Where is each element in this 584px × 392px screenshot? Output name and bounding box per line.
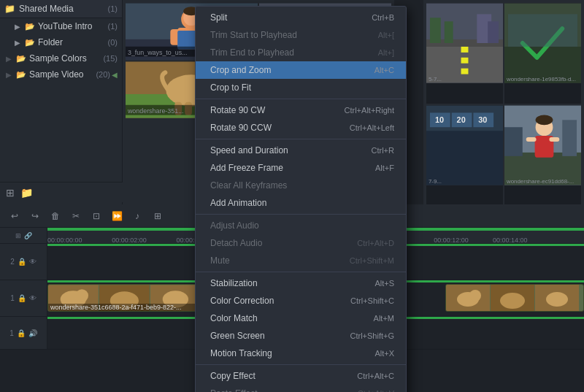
- menu-item-add-freeze-frame[interactable]: Add Freeze FrameAlt+F: [196, 159, 406, 177]
- svg-text:3_fun_ways_to_us...: 3_fun_ways_to_us...: [128, 49, 188, 56]
- shared-media-root[interactable]: 📁 Shared Media (1): [0, 0, 122, 18]
- svg-text:7-9...: 7-9...: [429, 178, 442, 185]
- menu-item-label: Copy Effect: [210, 371, 345, 381]
- sidebar-item-sample-video[interactable]: ▶ 📂 Sample Video (20) ◀: [0, 66, 122, 82]
- svg-rect-69: [549, 137, 559, 142]
- menu-item-rotate-90-ccw[interactable]: Rotate 90 CCWCtrl+Alt+Left: [196, 119, 406, 137]
- menu-item-label: Crop to Fit: [210, 82, 394, 93]
- media-panel-toolbar: ⊞ 📁: [0, 182, 123, 202]
- menu-item-crop-and-zoom[interactable]: Crop and ZoomAlt+C: [196, 61, 406, 79]
- import-icon[interactable]: ⊞: [6, 187, 15, 199]
- speaker-icon[interactable]: 🔊: [28, 329, 37, 337]
- svg-rect-42: [461, 47, 469, 53]
- svg-point-88: [546, 292, 568, 307]
- lock-icon-audio[interactable]: 🔒: [17, 329, 26, 337]
- menu-item-shortcut: Ctrl+Shift+C: [350, 296, 394, 305]
- delete-btn[interactable]: 🗑: [47, 207, 64, 225]
- sample-colors-label: Sample Colors: [29, 53, 100, 64]
- sidebar-item-youtube[interactable]: ▶ 📂 YouTube Intro (1): [0, 18, 122, 34]
- more-btn[interactable]: ⊞: [149, 207, 166, 225]
- menu-item-shortcut: Alt+C: [374, 66, 394, 74]
- menu-item-shortcut: Ctrl+Alt+D: [357, 239, 394, 247]
- menu-item-motion-tracking[interactable]: Motion TrackingAlt+X: [196, 345, 406, 362]
- svg-rect-71: [504, 127, 523, 156]
- woman-svg: wondershare-ec91dd68-...: [504, 105, 581, 185]
- video-clip-2[interactable]: [445, 284, 584, 312]
- right-thumb-1[interactable]: 5-7...: [426, 3, 503, 104]
- arrow-icon: ▶: [4, 70, 13, 79]
- menu-item-crop-to-fit[interactable]: Crop to Fit: [196, 79, 406, 96]
- menu-item-shortcut: Ctrl+R: [372, 146, 394, 155]
- right-thumbs-area: 5-7... wondershare-1e9853fb-d... 10 20 3…: [423, 0, 584, 208]
- menu-item-label: Speed and Duration: [210, 145, 360, 155]
- svg-point-75: [75, 289, 88, 302]
- sample-colors-count: (15): [103, 54, 118, 63]
- check-svg: wondershare-1e9853fb-d...: [504, 3, 581, 83]
- speed-btn[interactable]: ⏩: [108, 207, 126, 225]
- audio-btn[interactable]: ♪: [128, 207, 146, 225]
- right-thumb-4[interactable]: wondershare-ec91dd68-...: [504, 105, 581, 206]
- svg-text:30: 30: [478, 115, 487, 124]
- menu-item-color-correction[interactable]: Color CorrectionCtrl+Shift+C: [196, 292, 406, 310]
- menu-item-label: Stabilization: [210, 278, 363, 288]
- menu-item-shortcut: Alt+F: [375, 164, 394, 172]
- svg-point-86: [500, 293, 525, 309]
- folder-icon: 📁: [4, 4, 15, 14]
- menu-item-add-animation[interactable]: Add Animation: [196, 194, 406, 212]
- svg-rect-61: [426, 131, 503, 185]
- undo-btn[interactable]: ↩: [6, 207, 23, 225]
- crop-btn[interactable]: ⊡: [88, 207, 105, 225]
- menu-item-detach-audio: Detach AudioCtrl+Alt+D: [196, 234, 406, 252]
- menu-item-label: Adjust Audio: [210, 220, 394, 231]
- menu-item-shortcut: Ctrl+Shift+G: [350, 331, 394, 340]
- menu-item-split[interactable]: SplitCtrl+B: [196, 9, 406, 26]
- svg-point-67: [536, 115, 553, 125]
- menu-item-label: Detach Audio: [210, 238, 345, 248]
- shared-media-label: Shared Media: [19, 4, 108, 14]
- right-thumb-2[interactable]: wondershare-1e9853fb-d...: [504, 3, 581, 104]
- svg-text:10: 10: [435, 115, 444, 124]
- menu-item-label: Mute: [210, 255, 338, 266]
- menu-item-label: Rotate 90 CCW: [210, 123, 338, 133]
- svg-rect-70: [562, 120, 577, 156]
- menu-separator: [196, 364, 406, 365]
- lock-icon-2[interactable]: 🔒: [18, 258, 26, 266]
- arrow-right-icon: ◀: [112, 71, 118, 79]
- folder-count: (0): [108, 38, 118, 47]
- lock-icon-1[interactable]: 🔒: [18, 294, 26, 302]
- menu-item-stabilization[interactable]: StabilizationAlt+S: [196, 274, 406, 292]
- menu-item-shortcut: Alt+S: [374, 279, 394, 288]
- eye-icon-1[interactable]: 👁: [29, 294, 36, 302]
- audio-controls: 1 🔒 🔊: [0, 317, 47, 349]
- svg-text:5-7...: 5-7...: [429, 77, 442, 83]
- menu-item-label: Motion Tracking: [210, 348, 363, 358]
- menu-item-rotate-90-cw[interactable]: Rotate 90 CWCtrl+Alt+Right: [196, 101, 406, 119]
- sidebar-item-folder[interactable]: ▶ 📂 Folder (0): [0, 34, 122, 50]
- video-icon: 📂: [16, 69, 26, 80]
- menu-item-green-screen[interactable]: Green ScreenCtrl+Shift+G: [196, 327, 406, 345]
- right-thumb-3[interactable]: 10 20 30 7-9...: [426, 105, 503, 206]
- menu-item-label: Paste Effect: [210, 388, 346, 392]
- folder-new-icon[interactable]: 📁: [20, 187, 33, 199]
- track-2-num: 2: [10, 258, 15, 266]
- arrow-icon: ▶: [4, 54, 13, 63]
- redo-btn[interactable]: ↪: [26, 207, 44, 225]
- svg-rect-68: [526, 137, 537, 142]
- menu-item-shortcut: Ctrl+Alt+Left: [350, 123, 394, 132]
- menu-item-shortcut: Ctrl+Alt+C: [357, 372, 394, 380]
- numbers-svg: 10 20 30 7-9...: [426, 105, 503, 185]
- clip-frames-2: [446, 285, 583, 311]
- menu-item-copy-effect[interactable]: Copy EffectCtrl+Alt+C: [196, 367, 406, 385]
- sidebar-item-sample-colors[interactable]: ▶ 📂 Sample Colors (15): [0, 50, 122, 66]
- menu-item-color-match[interactable]: Color MatchAlt+M: [196, 310, 406, 327]
- menu-item-label: Green Screen: [210, 331, 338, 341]
- svg-text:wondershare-ec91dd68-...: wondershare-ec91dd68-...: [506, 178, 574, 185]
- folder-small-icon: 📂: [25, 21, 35, 31]
- cut-btn[interactable]: ✂: [67, 207, 85, 225]
- eye-icon-2[interactable]: 👁: [29, 258, 36, 266]
- ruler-left: ⊞ 🔗: [0, 228, 47, 243]
- folder-small-icon: 📂: [25, 37, 35, 47]
- menu-item-shortcut: Alt+X: [374, 349, 394, 358]
- road-svg: 5-7...: [426, 3, 503, 83]
- menu-item-speed-and-duration[interactable]: Speed and DurationCtrl+R: [196, 142, 406, 159]
